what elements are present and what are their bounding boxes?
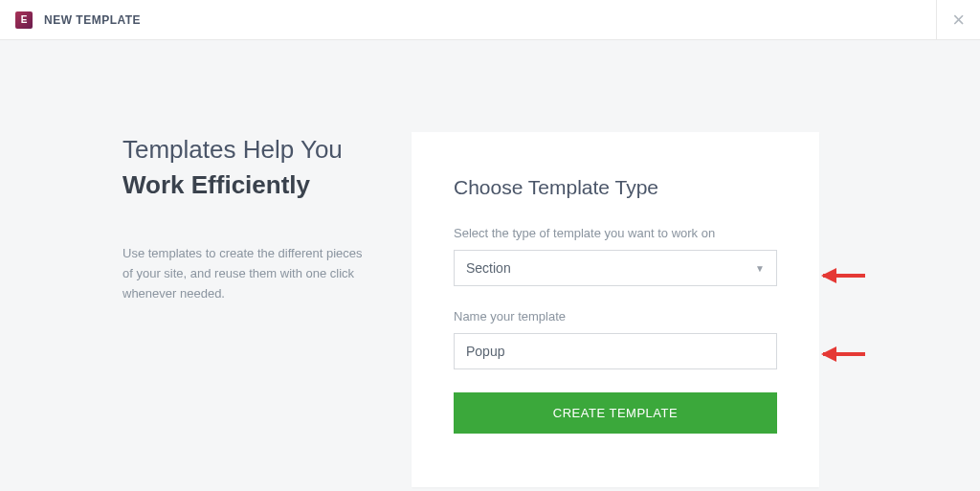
template-type-label: Select the type of template you want to … (454, 226, 777, 240)
intro-pane: Templates Help You Work Efficiently Use … (57, 132, 373, 304)
template-name-label: Name your template (454, 309, 777, 324)
intro-description: Use templates to create the different pi… (122, 244, 373, 303)
template-form-card: Choose Template Type Select the type of … (412, 132, 819, 487)
close-icon: × (952, 8, 965, 33)
card-title: Choose Template Type (454, 176, 777, 199)
template-type-value: Section (466, 260, 511, 276)
elementor-logo: E (15, 11, 33, 29)
header-left: E NEW TEMPLATE (15, 11, 141, 29)
template-type-select[interactable]: Section ▼ (454, 250, 777, 286)
arrow-head-icon (821, 268, 836, 283)
header-title: NEW TEMPLATE (44, 13, 141, 27)
arrow-head-icon (821, 346, 836, 362)
intro-heading-line2: Work Efficiently (122, 170, 373, 200)
create-template-button[interactable]: CREATE TEMPLATE (454, 392, 777, 434)
intro-heading-line1: Templates Help You (122, 132, 373, 167)
chevron-down-icon: ▼ (755, 263, 765, 274)
create-button-label: CREATE TEMPLATE (553, 406, 678, 420)
close-button[interactable]: × (936, 0, 965, 39)
annotation-arrow-select (823, 269, 879, 282)
annotation-arrow-input (823, 347, 879, 361)
modal-header: E NEW TEMPLATE × (0, 0, 980, 40)
main-content: Templates Help You Work Efficiently Use … (0, 40, 980, 487)
logo-glyph: E (21, 14, 28, 25)
template-name-input[interactable] (454, 333, 777, 369)
